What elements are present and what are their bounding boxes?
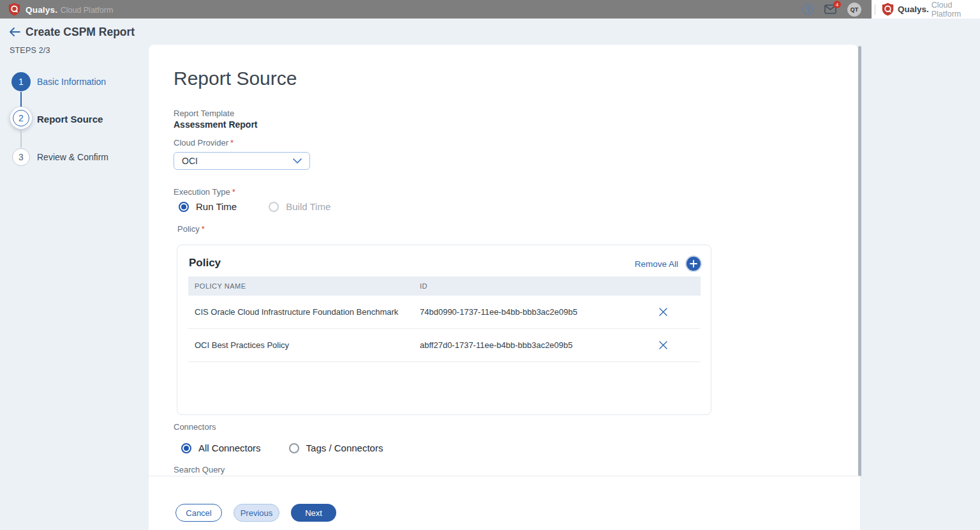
execution-type-radios: Run Time Build Time — [179, 201, 330, 212]
step-3-circle[interactable]: 3 — [12, 148, 30, 166]
step-2-number: 2 — [19, 113, 24, 123]
policy-name-cell: CIS Oracle Cloud Infrastructure Foundati… — [188, 307, 420, 317]
execution-type-label: Execution Type* — [174, 187, 235, 197]
section-title: Report Source — [174, 68, 297, 89]
remove-policy-icon[interactable] — [655, 304, 671, 321]
brand-platform: Cloud Platform — [61, 6, 114, 15]
radio-unselected-icon — [289, 443, 299, 453]
policy-card: Policy Remove All POLICY NAME ID CIS Ora… — [177, 245, 711, 415]
tags-connectors-radio[interactable]: Tags / Connectors — [289, 443, 383, 453]
top-bar-right-brand: Qualys. Cloud Platform — [872, 0, 980, 19]
next-button[interactable]: Next — [291, 504, 336, 522]
run-time-radio[interactable]: Run Time — [179, 201, 237, 212]
previous-button[interactable]: Previous — [234, 504, 279, 522]
notification-badge: 4 — [833, 1, 841, 8]
top-bar-brand: Qualys. Cloud Platform — [0, 3, 113, 16]
policy-id-cell: 74bd0990-1737-11ee-b4bb-bbb3ac2e09b5 — [420, 307, 653, 317]
step-2-circle[interactable]: 2 — [10, 107, 32, 129]
search-query-label: Search Query — [174, 465, 225, 474]
steps-progress-label: STEPS 2/3 — [10, 46, 50, 55]
policy-field-label: Policy* — [177, 224, 205, 234]
connectors-radios: All Connectors Tags / Connectors — [181, 443, 383, 453]
page-title: Create CSPM Report — [26, 26, 135, 39]
radio-selected-icon — [181, 443, 191, 453]
page-header: Create CSPM Report — [0, 19, 980, 45]
table-row: OCI Best Practices Policy abff27d0-1737-… — [188, 329, 701, 362]
run-time-label: Run Time — [196, 201, 237, 212]
step-connector-1 — [20, 92, 22, 107]
help-icon[interactable]: ? — [803, 4, 813, 15]
right-brand-platform: Cloud Platform — [932, 1, 980, 19]
report-template-label: Report Template — [174, 109, 234, 118]
vertical-scrollbar[interactable] — [858, 46, 861, 476]
step-2-label[interactable]: Report Source — [37, 114, 103, 125]
column-id: ID — [420, 282, 701, 290]
step-1-circle[interactable]: 1 — [11, 72, 31, 91]
top-bar-divider — [875, 4, 875, 15]
policy-table-header: POLICY NAME ID — [188, 276, 701, 296]
add-policy-button[interactable] — [687, 257, 701, 271]
step-3-number: 3 — [19, 152, 24, 162]
radio-selected-icon — [179, 202, 189, 212]
qualys-shield-icon — [8, 3, 20, 16]
create-cspm-report-page: Qualys. Cloud Platform ? 4 QT — [0, 0, 980, 530]
required-asterisk: * — [232, 187, 235, 197]
policy-table: POLICY NAME ID CIS Oracle Cloud Infrastr… — [188, 276, 701, 362]
wizard-footer: Cancel Previous Next — [149, 476, 860, 530]
brand-name: Qualys. — [26, 5, 57, 15]
step-3-label[interactable]: Review & Confirm — [37, 152, 108, 162]
policy-card-title: Policy — [189, 257, 221, 269]
required-asterisk: * — [202, 224, 205, 234]
build-time-label: Build Time — [286, 201, 330, 212]
build-time-radio: Build Time — [269, 201, 330, 212]
top-bar: Qualys. Cloud Platform ? 4 QT — [0, 0, 872, 19]
table-row: CIS Oracle Cloud Infrastructure Foundati… — [188, 296, 701, 329]
notifications-icon[interactable]: 4 — [824, 4, 836, 14]
radio-disabled-icon — [269, 202, 279, 212]
tags-connectors-label: Tags / Connectors — [306, 443, 383, 453]
required-asterisk: * — [230, 138, 234, 148]
report-source-panel: Report Source Report Template Assessment… — [149, 45, 858, 476]
cancel-button[interactable]: Cancel — [175, 504, 222, 522]
right-brand-name: Qualys. — [898, 4, 929, 14]
step-1-label[interactable]: Basic Information — [37, 77, 106, 87]
all-connectors-radio[interactable]: All Connectors — [181, 443, 261, 453]
back-arrow-icon[interactable] — [8, 27, 21, 37]
qualys-shield-icon — [882, 3, 894, 16]
remove-policy-icon[interactable] — [655, 337, 671, 354]
cloud-provider-select[interactable]: OCI — [174, 152, 310, 170]
cloud-provider-value: OCI — [182, 156, 198, 166]
remove-all-link[interactable]: Remove All — [635, 259, 678, 269]
cloud-provider-label: Cloud Provider* — [174, 138, 234, 148]
report-template-value: Assessment Report — [174, 119, 258, 130]
step-1-number: 1 — [19, 77, 24, 87]
avatar[interactable]: QT — [847, 3, 861, 17]
chevron-down-icon — [293, 158, 302, 163]
policy-id-cell: abff27d0-1737-11ee-b4bb-bbb3ac2e09b5 — [420, 340, 653, 350]
connectors-label: Connectors — [174, 422, 216, 432]
policy-name-cell: OCI Best Practices Policy — [188, 340, 420, 350]
step-connector-2 — [20, 130, 22, 148]
column-policy-name: POLICY NAME — [188, 282, 420, 290]
all-connectors-label: All Connectors — [198, 443, 261, 453]
